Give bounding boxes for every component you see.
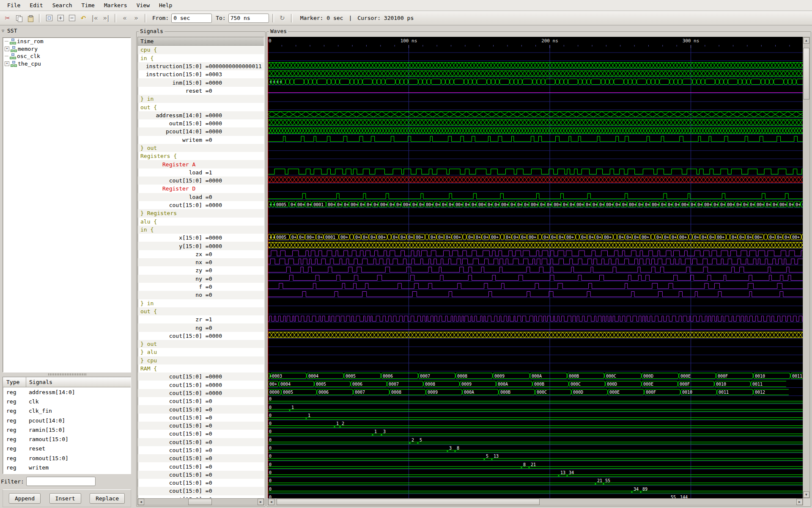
signal-row[interactable]: zx =0 <box>138 250 264 258</box>
scroll-right-icon[interactable]: ▶ <box>796 499 803 505</box>
table-row[interactable]: regclk_fin <box>3 406 131 416</box>
signal-row[interactable]: cout[15:0] =0 <box>138 479 264 487</box>
signal-row[interactable]: cout[15:0] =0 <box>138 414 264 422</box>
zoom-end-icon[interactable]: »| <box>101 13 111 23</box>
signal-row[interactable]: cout[15:0] =0 <box>138 397 264 405</box>
reload-icon[interactable]: ↻ <box>277 13 288 23</box>
expand-icon[interactable]: + <box>5 61 9 66</box>
signal-row[interactable]: load =0 <box>138 193 264 201</box>
signal-row[interactable]: Time <box>138 37 264 46</box>
signal-row[interactable]: } Registers <box>138 209 264 217</box>
copy-icon[interactable] <box>14 13 24 23</box>
zoom-in-icon[interactable]: + <box>55 13 66 23</box>
menu-file[interactable]: File <box>3 1 25 10</box>
signal-row[interactable]: cout[15:0] =0000 <box>138 177 264 185</box>
scrollbar-thumb[interactable] <box>188 499 212 505</box>
table-row[interactable]: regramout[15:0] <box>3 434 131 444</box>
signal-row[interactable]: } cpu <box>138 356 264 364</box>
signal-row[interactable]: cout[15:0] =0 <box>138 430 264 438</box>
signal-row[interactable]: f =0 <box>138 283 264 291</box>
signal-row[interactable]: load =1 <box>138 168 264 177</box>
signal-row[interactable]: out { <box>138 103 264 111</box>
sst-tree-item-memory[interactable]: +memory <box>3 45 131 53</box>
scroll-left-icon[interactable]: ◀ <box>138 499 144 505</box>
signal-row[interactable]: cout[15:0] =0 <box>138 471 264 479</box>
panel-splitter[interactable] <box>0 373 134 376</box>
sst-tree-item-insr_rom[interactable]: insr_rom <box>3 38 131 45</box>
signal-row[interactable]: } in <box>138 95 264 103</box>
signal-row[interactable]: inm[15:0] =0000 <box>138 78 264 86</box>
signal-row[interactable]: outm[15:0] =0000 <box>138 119 264 127</box>
signal-row[interactable]: cout[15:0] =0 <box>138 495 264 498</box>
append-button[interactable]: Append <box>9 493 41 504</box>
filter-input[interactable] <box>26 477 96 486</box>
signal-row[interactable]: Register A <box>138 160 264 168</box>
table-row[interactable]: regpcout[14:0] <box>3 416 131 425</box>
signal-row[interactable]: pcout[14:0] =0000 <box>138 127 264 135</box>
signal-row[interactable]: } out <box>138 340 264 348</box>
scroll-up-icon[interactable]: ▲ <box>803 37 809 44</box>
signal-row[interactable]: zy =0 <box>138 266 264 274</box>
signal-row[interactable]: RAM { <box>138 364 264 373</box>
table-row[interactable]: regreset <box>3 444 131 453</box>
menu-search[interactable]: Search <box>48 1 77 10</box>
scrollbar-thumb[interactable] <box>803 48 809 99</box>
type-column-header[interactable]: Type <box>3 377 26 387</box>
scroll-right-icon[interactable]: ▶ <box>258 499 264 505</box>
table-row[interactable]: regramin[15:0] <box>3 425 131 434</box>
signal-row[interactable]: ny =0 <box>138 275 264 283</box>
signal-row[interactable]: alu { <box>138 218 264 226</box>
wave-canvas[interactable]: 0100 ns200 ns300 ns++++++00050+00+0+0001… <box>268 37 803 498</box>
signal-row[interactable]: cout[15:0] =0000 <box>138 381 264 389</box>
signal-row[interactable]: cout[15:0] =0 <box>138 422 264 430</box>
signal-row[interactable]: cout[15:0] =0000 <box>138 332 264 340</box>
signal-row[interactable]: writem =0 <box>138 136 264 144</box>
table-row[interactable]: regwritem <box>3 463 131 472</box>
signals-hscrollbar[interactable]: ◀ ▶ <box>137 498 264 505</box>
signal-row[interactable]: ng =0 <box>138 323 264 331</box>
signal-row[interactable]: cout[15:0] =0 <box>138 405 264 413</box>
signal-row[interactable]: instruction[15:0] =0003 <box>138 70 264 78</box>
signal-row[interactable]: cout[15:0] =0 <box>138 487 264 495</box>
expand-icon[interactable]: + <box>5 47 9 51</box>
menu-edit[interactable]: Edit <box>25 1 47 10</box>
cut-icon[interactable]: ✂ <box>3 13 13 23</box>
table-row[interactable]: regromout[15:0] <box>3 453 131 463</box>
signal-row[interactable]: } in <box>138 299 264 307</box>
signal-row[interactable]: reset =0 <box>138 87 264 95</box>
shift-left-icon[interactable]: « <box>120 13 130 23</box>
scroll-down-icon[interactable]: ▼ <box>803 491 809 498</box>
sst-tree-item-the_cpu[interactable]: +the_cpu <box>3 60 131 68</box>
signal-row[interactable]: Register D <box>138 185 264 193</box>
replace-button[interactable]: Replace <box>90 493 125 504</box>
signal-row[interactable]: } alu <box>138 348 264 356</box>
signal-row[interactable]: instruction[15:0] =0000000000000011 <box>138 62 264 70</box>
table-row[interactable]: regclk <box>3 397 131 406</box>
shift-right-icon[interactable]: » <box>131 13 141 23</box>
menu-time[interactable]: Time <box>77 1 99 10</box>
signal-row[interactable]: out { <box>138 307 264 315</box>
waves-vscrollbar[interactable]: ▲ ▼ <box>803 37 810 498</box>
menu-view[interactable]: View <box>132 1 154 10</box>
signal-row[interactable]: zr =1 <box>138 315 264 323</box>
signal-row[interactable]: addressm[14:0] =0000 <box>138 111 264 119</box>
waves-hscrollbar[interactable]: ◀ ▶ <box>268 498 803 505</box>
signal-row[interactable]: in { <box>138 54 264 62</box>
signal-row[interactable]: cout[15:0] =0000 <box>138 389 264 397</box>
zoom-start-icon[interactable]: |« <box>90 13 100 23</box>
signal-row[interactable]: in { <box>138 226 264 234</box>
zoom-out-icon[interactable]: − <box>67 13 77 23</box>
to-input[interactable] <box>228 14 269 23</box>
signal-row[interactable]: nx =0 <box>138 258 264 266</box>
collapse-triangle-icon[interactable]: ▽ <box>2 28 4 33</box>
signal-row[interactable]: no =0 <box>138 291 264 299</box>
table-row[interactable]: regaddressm[14:0] <box>3 387 131 397</box>
sst-header[interactable]: ▽ SST <box>0 25 134 35</box>
scroll-left-icon[interactable]: ◀ <box>268 499 274 505</box>
signal-row[interactable]: } out <box>138 144 264 152</box>
signal-row[interactable]: cout[15:0] =0 <box>138 454 264 462</box>
signal-row[interactable]: Registers { <box>138 152 264 160</box>
signal-row[interactable]: cout[15:0] =0 <box>138 446 264 454</box>
signal-table-header[interactable]: Type Signals <box>3 377 131 387</box>
scrollbar-thumb[interactable] <box>277 499 539 505</box>
